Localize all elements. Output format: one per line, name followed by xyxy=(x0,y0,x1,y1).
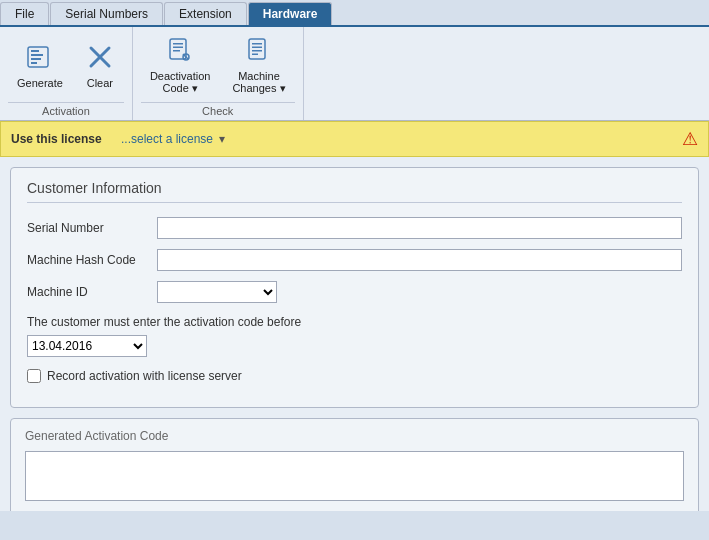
license-bar-label: Use this license xyxy=(11,132,111,146)
svg-rect-10 xyxy=(173,50,180,52)
date-description: The customer must enter the activation c… xyxy=(27,315,682,329)
clear-icon xyxy=(86,43,114,75)
serial-number-label: Serial Number xyxy=(27,221,157,235)
svg-rect-14 xyxy=(252,47,262,49)
ribbon-buttons-activation: Generate Clear xyxy=(8,31,124,100)
deactivation-label: Deactivation Code ▾ xyxy=(150,70,211,95)
generate-label: Generate xyxy=(17,77,63,89)
generate-button[interactable]: Generate xyxy=(8,31,72,100)
machine-hash-input[interactable] xyxy=(157,249,682,271)
license-dropdown-arrow[interactable]: ▾ xyxy=(219,132,225,146)
svg-rect-9 xyxy=(173,47,183,49)
svg-rect-13 xyxy=(252,43,262,45)
record-activation-checkbox[interactable] xyxy=(27,369,41,383)
ribbon-buttons-check: Deactivation Code ▾ Machine Changes ▾ xyxy=(141,31,295,100)
machine-changes-icon xyxy=(245,36,273,68)
machine-id-select[interactable] xyxy=(157,281,277,303)
ribbon-group-label-activation: Activation xyxy=(8,102,124,120)
license-placeholder-text[interactable]: ...select a license xyxy=(121,132,213,146)
machine-hash-label: Machine Hash Code xyxy=(27,253,157,267)
clear-label: Clear xyxy=(87,77,113,89)
date-row: The customer must enter the activation c… xyxy=(27,315,682,357)
license-select-area: ...select a license ▾ xyxy=(121,132,672,146)
ribbon: Generate Clear Activation xyxy=(0,27,709,121)
generated-activation-textarea[interactable] xyxy=(25,451,684,501)
main-content: Customer Information Serial Number Machi… xyxy=(0,157,709,511)
serial-number-input[interactable] xyxy=(157,217,682,239)
svg-rect-8 xyxy=(173,43,183,45)
generated-activation-title: Generated Activation Code xyxy=(25,429,684,443)
machine-changes-label: Machine Changes ▾ xyxy=(232,70,285,95)
customer-info-title: Customer Information xyxy=(27,180,682,203)
deactivation-icon xyxy=(166,36,194,68)
date-select[interactable]: 13.04.2016 xyxy=(27,335,147,357)
customer-info-section: Customer Information Serial Number Machi… xyxy=(10,167,699,408)
machine-id-label: Machine ID xyxy=(27,285,157,299)
svg-rect-15 xyxy=(252,50,262,52)
deactivation-code-button[interactable]: Deactivation Code ▾ xyxy=(141,31,220,100)
tab-bar: File Serial Numbers Extension Hardware xyxy=(0,0,709,27)
svg-rect-3 xyxy=(31,58,41,60)
generate-icon xyxy=(26,43,54,75)
svg-rect-2 xyxy=(31,54,43,56)
clear-button[interactable]: Clear xyxy=(76,31,124,100)
tab-serial-numbers[interactable]: Serial Numbers xyxy=(50,2,163,25)
tab-extension[interactable]: Extension xyxy=(164,2,247,25)
machine-changes-button[interactable]: Machine Changes ▾ xyxy=(223,31,294,100)
ribbon-group-activation: Generate Clear Activation xyxy=(0,27,133,120)
record-activation-row: Record activation with license server xyxy=(27,369,682,383)
serial-number-row: Serial Number xyxy=(27,217,682,239)
svg-rect-1 xyxy=(31,50,39,52)
record-activation-label[interactable]: Record activation with license server xyxy=(47,369,242,383)
generated-activation-section: Generated Activation Code xyxy=(10,418,699,511)
ribbon-group-label-check: Check xyxy=(141,102,295,120)
svg-rect-12 xyxy=(249,39,265,59)
svg-rect-4 xyxy=(31,62,37,64)
machine-hash-row: Machine Hash Code xyxy=(27,249,682,271)
license-warning-icon: ⚠ xyxy=(682,128,698,150)
machine-id-row: Machine ID xyxy=(27,281,682,303)
license-bar: Use this license ...select a license ▾ ⚠ xyxy=(0,121,709,157)
tab-hardware[interactable]: Hardware xyxy=(248,2,333,25)
tab-file[interactable]: File xyxy=(0,2,49,25)
ribbon-group-check: Deactivation Code ▾ Machine Changes ▾ Ch… xyxy=(133,27,304,120)
svg-rect-16 xyxy=(252,54,258,56)
